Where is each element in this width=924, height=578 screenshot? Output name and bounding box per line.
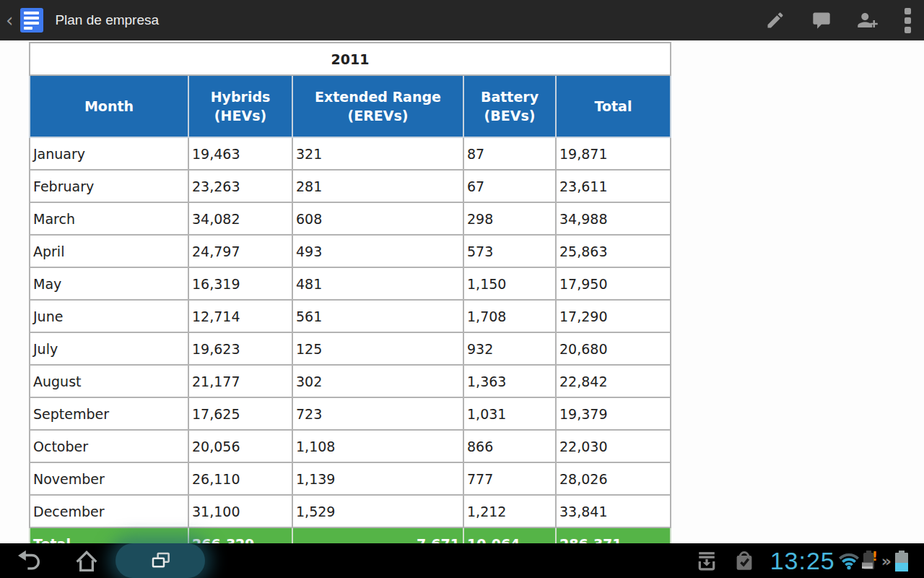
recents-nav-icon: [146, 546, 175, 575]
cell-total: 34,988: [556, 202, 671, 235]
battery-icon: [895, 550, 908, 571]
cell-total: 22,842: [556, 365, 671, 397]
back-nav-button[interactable]: [0, 543, 58, 578]
cell-total: 25,863: [556, 235, 671, 267]
cell-month: February: [30, 170, 188, 202]
table-row: December 31,100 1,529 1,212 33,841: [30, 495, 671, 527]
cell-hevs: 16,319: [188, 267, 292, 300]
cell-bevs: 1,031: [463, 397, 556, 430]
cell-bevs: 866: [463, 430, 556, 462]
keyboard-icon: [862, 562, 873, 569]
cell-hevs: 21,177: [188, 365, 292, 397]
cell-erevs: 723: [292, 397, 463, 430]
col-header-erevs: Extended Range(EREVs): [292, 75, 463, 137]
table-row: September 17,625 723 1,031 19,379: [30, 397, 671, 430]
table-row: January 19,463 321 87 19,871: [30, 137, 671, 170]
alert-glyph: !: [872, 550, 878, 563]
table-row: November 26,110 1,139 777 28,026: [30, 462, 671, 495]
col-header-bevs: Battery(BEVs): [463, 75, 556, 137]
cell-month: December: [30, 495, 188, 527]
cell-month: January: [30, 137, 188, 170]
cell-total: 19,871: [556, 137, 671, 170]
edit-pencil-icon: [765, 10, 785, 30]
table-row: June 12,714 561 1,708 17,290: [30, 300, 671, 332]
cell-month: April: [30, 235, 188, 267]
download-tray-icon: [697, 550, 717, 571]
ev-sales-table: 2011 Month Hybrids(HEVs) Extended Range(…: [29, 42, 671, 573]
cell-month: May: [30, 267, 188, 300]
battery-alert-keyboard-icon: !: [862, 549, 879, 572]
cell-hevs: 19,623: [188, 332, 292, 365]
comment-button[interactable]: [798, 0, 845, 40]
cell-erevs: 481: [292, 267, 463, 300]
cell-month: March: [30, 202, 188, 235]
system-nav-bar: 13:25 ! »: [0, 543, 924, 578]
table-row: April 24,797 493 573 25,863: [30, 235, 671, 267]
year-header-row: 2011: [30, 43, 671, 75]
cell-hevs: 19,463: [188, 137, 292, 170]
cell-hevs: 17,625: [188, 397, 292, 430]
cell-erevs: 561: [292, 300, 463, 332]
cell-bevs: 1,708: [463, 300, 556, 332]
home-nav-icon: [72, 546, 101, 575]
status-cluster[interactable]: 13:25 ! »: [697, 543, 924, 578]
cell-total: 23,611: [556, 170, 671, 202]
cell-hevs: 12,714: [188, 300, 292, 332]
cell-erevs: 321: [292, 137, 463, 170]
doc-line: [24, 17, 39, 20]
cell-hevs: 34,082: [188, 202, 292, 235]
cell-bevs: 573: [463, 235, 556, 267]
doc-line: [24, 27, 32, 30]
cell-bevs: 298: [463, 202, 556, 235]
table-row: May 16,319 481 1,150 17,950: [30, 267, 671, 300]
cell-month: November: [30, 462, 188, 495]
cell-erevs: 608: [292, 202, 463, 235]
col-header-total: Total: [556, 75, 671, 137]
cell-bevs: 932: [463, 332, 556, 365]
cell-total: 28,026: [556, 462, 671, 495]
clock: 13:25: [770, 543, 835, 578]
cell-total: 19,379: [556, 397, 671, 430]
docs-app-icon[interactable]: [20, 8, 43, 33]
add-person-icon: [857, 9, 879, 31]
back-nav-icon: [14, 546, 43, 575]
cell-bevs: 777: [463, 462, 556, 495]
cell-total: 20,680: [556, 332, 671, 365]
battery-charge-level: [895, 563, 908, 571]
home-nav-button[interactable]: [58, 543, 116, 578]
cell-hevs: 23,263: [188, 170, 292, 202]
edit-button[interactable]: [752, 0, 798, 40]
year-header: 2011: [30, 43, 671, 75]
overflow-menu-icon: [905, 8, 911, 33]
cell-erevs: 493: [292, 235, 463, 267]
cell-hevs: 26,110: [188, 462, 292, 495]
back-chevron-icon[interactable]: ‹: [0, 0, 16, 40]
cell-total: 33,841: [556, 495, 671, 527]
comment-icon: [811, 10, 832, 30]
bag-check-icon: [734, 550, 754, 571]
cell-hevs: 24,797: [188, 235, 292, 267]
table-row: July 19,623 125 932 20,680: [30, 332, 671, 365]
cell-bevs: 1,150: [463, 267, 556, 300]
cell-total: 22,030: [556, 430, 671, 462]
column-header-row: Month Hybrids(HEVs) Extended Range(EREVs…: [30, 75, 671, 137]
col-header-month: Month: [30, 75, 188, 137]
add-person-button[interactable]: [845, 0, 891, 40]
table-row: February 23,263 281 67 23,611: [30, 170, 671, 202]
cell-bevs: 67: [463, 170, 556, 202]
cell-bevs: 1,212: [463, 495, 556, 527]
cell-month: October: [30, 430, 188, 462]
chevrons-right-icon: »: [881, 552, 892, 570]
recents-nav-button[interactable]: [131, 543, 189, 578]
cell-erevs: 281: [292, 170, 463, 202]
overflow-menu-button[interactable]: [891, 0, 924, 40]
cell-month: September: [30, 397, 188, 430]
cell-month: August: [30, 365, 188, 397]
cell-erevs: 1,108: [292, 430, 463, 462]
cell-month: June: [30, 300, 188, 332]
doc-line: [24, 12, 39, 14]
table-row: October 20,056 1,108 866 22,030: [30, 430, 671, 462]
cell-total: 17,950: [556, 267, 671, 300]
cell-erevs: 1,139: [292, 462, 463, 495]
cell-erevs: 302: [292, 365, 463, 397]
